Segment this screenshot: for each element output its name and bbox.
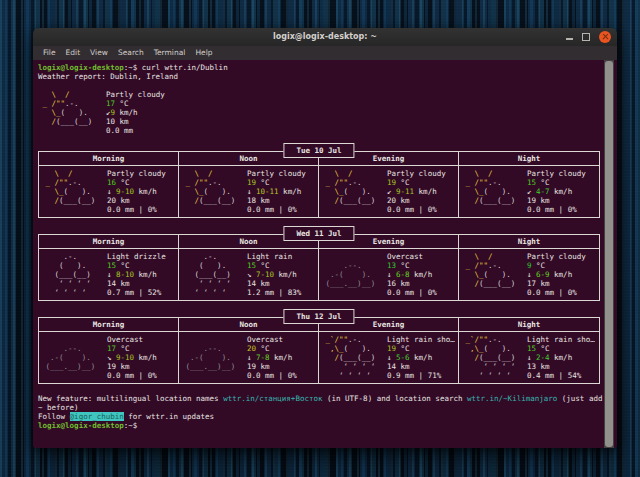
rain-shower-icon: _`/"".-. ,\_( ). /(___(__) ‘ ‘ ‘ ‘ ‘ ‘ ‘… [321, 335, 387, 380]
light-rain-icon: .-. ( ). (___(__) ‘ ‘ ‘ ‘ ‘ ‘ ‘ ‘ [181, 252, 247, 297]
day-block: Thu 12 JulMorning .--. .-( ). (___.__)__… [38, 317, 600, 384]
forecast-days: Tue 10 JulMorning \ / _ /"".-. \_( ). /(… [38, 151, 600, 384]
weather-cell: \ / _ /"".-. \_( ). /(___(__) Partly clo… [459, 166, 599, 217]
period-header: Night [459, 318, 599, 332]
forecast-column-evening: Evening _`/"".-. ,\_( ). /(___(__) ‘ ‘ ‘… [319, 318, 459, 383]
partly-cloudy-icon: \ / _ /"".-. \_( ). /(___(__) [41, 169, 107, 214]
partly-cloudy-icon: \ / _ /"".-. \_( ). /(___(__) [461, 169, 527, 214]
partly-cloudy-icon: \ / _ /"".-. \_( ). /(___(__) [461, 252, 527, 297]
terminal-content[interactable]: logix@logix-desktop:~$ curl wttr.in/Dubl… [33, 60, 617, 448]
prompt-user-host: logix@logix-desktop [38, 63, 124, 72]
weather-cell-text: Partly cloudy 19 °C ↙ 9-11 km/h 20 km 0.… [387, 169, 457, 214]
footer-notes: New feature: multilingual location names… [38, 394, 599, 421]
weather-cell: \ / _ /"".-. \_( ). /(___(__) Partly clo… [319, 166, 458, 217]
scrollbar-thumb[interactable] [605, 61, 613, 447]
maximize-icon[interactable] [582, 33, 590, 41]
weather-cell-text: Partly cloudy 17 °C ↙9 km/h 10 km 0.0 mm [106, 90, 599, 135]
final-prompt-line: logix@logix-desktop:~$ [38, 421, 599, 430]
weather-cell-text: Light rain sho… 15 °C ↓ 2-4 km/h 13 km 0… [527, 335, 598, 380]
menu-item-edit[interactable]: Edit [61, 46, 86, 60]
window-title: logix@logix-desktop: ~ [273, 28, 377, 46]
weather-cell-text: Light rain 15 °C ↘ 7-10 km/h 14 km 1.2 m… [247, 252, 317, 297]
weather-cell: _`/"".-. ,\_( ). /(___(__) ‘ ‘ ‘ ‘ ‘ ‘ ‘… [459, 332, 599, 383]
forecast-column-noon: Noon .--. .-( ). (___.__)__) Overcast 20… [179, 318, 319, 383]
weather-cell-text: Partly cloudy 19 °C ↓ 10-11 km/h 18 km 0… [247, 169, 317, 214]
day-block: Wed 11 JulMorning .-. ( ). (___(__) ‘ ‘ … [38, 234, 600, 301]
weather-cell-text: Partly cloudy 16 °C ↓ 9-10 km/h 20 km 0.… [107, 169, 177, 214]
light-rain-icon: .-. ( ). (___(__) ‘ ‘ ‘ ‘ ‘ ‘ ‘ ‘ [41, 252, 107, 297]
weather-cell-text: Partly cloudy 15 °C ↙ 4-7 km/h 19 km 0.0… [527, 169, 598, 214]
weather-cell-text: Overcast 20 °C ↓ 7-8 km/h 19 km 0.0 mm |… [247, 335, 317, 380]
forecast-column-morning: Morning .-. ( ). (___(__) ‘ ‘ ‘ ‘ ‘ ‘ ‘ … [39, 235, 179, 300]
partly-cloudy-icon: \ / _ /"".-. \_( ). /(___(__) [181, 169, 247, 214]
prompt-user-host: logix@logix-desktop [38, 421, 124, 430]
weather-cell-text: Light rain sho… 19 °C ↓ 5-6 km/h 14 km 0… [387, 335, 457, 380]
menu-item-file[interactable]: File [38, 46, 61, 60]
menubar: File Edit View Search Terminal Help [33, 46, 617, 60]
forecast-table: Morning \ / _ /"".-. \_( ). /(___(__) Pa… [38, 151, 600, 218]
current-conditions: \ / _ /"".-. \_( ). /(___(__) Partly clo… [38, 90, 599, 135]
day-label: Wed 11 Jul [283, 226, 354, 241]
command-text: curl wttr.in/Dublin [137, 63, 227, 72]
period-header: Night [459, 152, 599, 166]
forecast-column-night: Night _`/"".-. ,\_( ). /(___(__) ‘ ‘ ‘ ‘… [459, 318, 599, 383]
weather-cell: .--. .-( ). (___.__)__) Overcast 20 °C ↓… [179, 332, 318, 383]
overcast-icon: .--. .-( ). (___.__)__) [181, 335, 247, 380]
footer-line: ~ before) [38, 403, 599, 412]
forecast-column-evening: Evening .--. .-( ). (___.__)__) Overcast… [319, 235, 459, 300]
weather-cell: \ / _ /"".-. \_( ). /(___(__) Partly clo… [179, 166, 318, 217]
day-block: Tue 10 JulMorning \ / _ /"".-. \_( ). /(… [38, 151, 600, 218]
weather-cell: .-. ( ). (___(__) ‘ ‘ ‘ ‘ ‘ ‘ ‘ ‘Light r… [179, 249, 318, 300]
wttr-link[interactable]: wttr.in/~Kilimanjaro [467, 394, 557, 403]
day-label: Thu 12 Jul [283, 309, 354, 324]
period-header: Night [459, 235, 599, 249]
scrollbar[interactable] [604, 60, 614, 448]
overcast-icon: .--. .-( ). (___.__)__) [321, 252, 387, 297]
rain-shower-icon: _`/"".-. ,\_( ). /(___(__) ‘ ‘ ‘ ‘ ‘ ‘ ‘… [461, 335, 527, 380]
partly-cloudy-icon: \ / _ /"".-. \_( ). /(___(__) [38, 90, 106, 135]
weather-cell-text: Light drizzle 15 °C ↓ 8-10 km/h 14 km 0.… [107, 252, 177, 297]
prompt-line: logix@logix-desktop:~$ curl wttr.in/Dubl… [38, 63, 599, 72]
forecast-column-night: Night \ / _ /"".-. \_( ). /(___(__) Part… [459, 152, 599, 217]
partly-cloudy-icon: \ / _ /"".-. \_( ). /(___(__) [321, 169, 387, 214]
weather-cell: .--. .-( ). (___.__)__) Overcast 13 °C ↓… [319, 249, 458, 300]
weather-cell: \ / _ /"".-. \_( ). /(___(__) Partly clo… [459, 249, 599, 300]
menu-item-search[interactable]: Search [113, 46, 149, 60]
period-header: Morning [39, 152, 178, 166]
window-controls [566, 28, 611, 46]
minimize-icon[interactable] [566, 38, 573, 40]
menu-item-terminal[interactable]: Terminal [149, 46, 191, 60]
wttr-link[interactable]: wttr.in/станция+Восток [223, 394, 322, 403]
terminal-window: logix@logix-desktop: ~ File Edit View Se… [33, 28, 617, 448]
forecast-column-noon: Noon .-. ( ). (___(__) ‘ ‘ ‘ ‘ ‘ ‘ ‘ ‘Li… [179, 235, 319, 300]
forecast-table: Morning .-. ( ). (___(__) ‘ ‘ ‘ ‘ ‘ ‘ ‘ … [38, 234, 600, 301]
forecast-column-night: Night \ / _ /"".-. \_( ). /(___(__) Part… [459, 235, 599, 300]
footer-line: New feature: multilingual location names… [38, 394, 599, 403]
twitter-handle-highlight[interactable]: @igor_chubin [70, 412, 124, 421]
weather-cell: .--. .-( ). (___.__)__) Overcast 17 °C ↘… [39, 332, 178, 383]
menu-item-view[interactable]: View [85, 46, 113, 60]
period-header: Morning [39, 235, 178, 249]
weather-cell: \ / _ /"".-. \_( ). /(___(__) Partly clo… [39, 166, 178, 217]
weather-cell: .-. ( ). (___(__) ‘ ‘ ‘ ‘ ‘ ‘ ‘ ‘Light d… [39, 249, 178, 300]
weather-cell-text: Partly cloudy 9 °C ↓ 6-9 km/h 17 km 0.0 … [527, 252, 598, 297]
weather-cell-text: Overcast 17 °C ↘ 9-10 km/h 19 km 0.0 mm … [107, 335, 177, 380]
forecast-column-noon: Noon \ / _ /"".-. \_( ). /(___(__) Partl… [179, 152, 319, 217]
close-icon[interactable] [599, 31, 611, 43]
titlebar[interactable]: logix@logix-desktop: ~ [33, 28, 617, 46]
forecast-column-morning: Morning \ / _ /"".-. \_( ). /(___(__) Pa… [39, 152, 179, 217]
footer-line: Follow @igor_chubin for wttr.in updates [38, 412, 599, 421]
menu-item-help[interactable]: Help [190, 46, 217, 60]
period-header: Morning [39, 318, 178, 332]
forecast-table: Morning .--. .-( ). (___.__)__) Overcast… [38, 317, 600, 384]
forecast-column-morning: Morning .--. .-( ). (___.__)__) Overcast… [39, 318, 179, 383]
weather-report-title: Weather report: Dublin, Ireland [38, 72, 599, 81]
weather-cell-text: Overcast 13 °C ↓ 6-8 km/h 16 km 0.0 mm |… [387, 252, 457, 297]
overcast-icon: .--. .-( ). (___.__)__) [41, 335, 107, 380]
day-label: Tue 10 Jul [283, 143, 354, 158]
forecast-column-evening: Evening \ / _ /"".-. \_( ). /(___(__) Pa… [319, 152, 459, 217]
weather-cell: _`/"".-. ,\_( ). /(___(__) ‘ ‘ ‘ ‘ ‘ ‘ ‘… [319, 332, 458, 383]
